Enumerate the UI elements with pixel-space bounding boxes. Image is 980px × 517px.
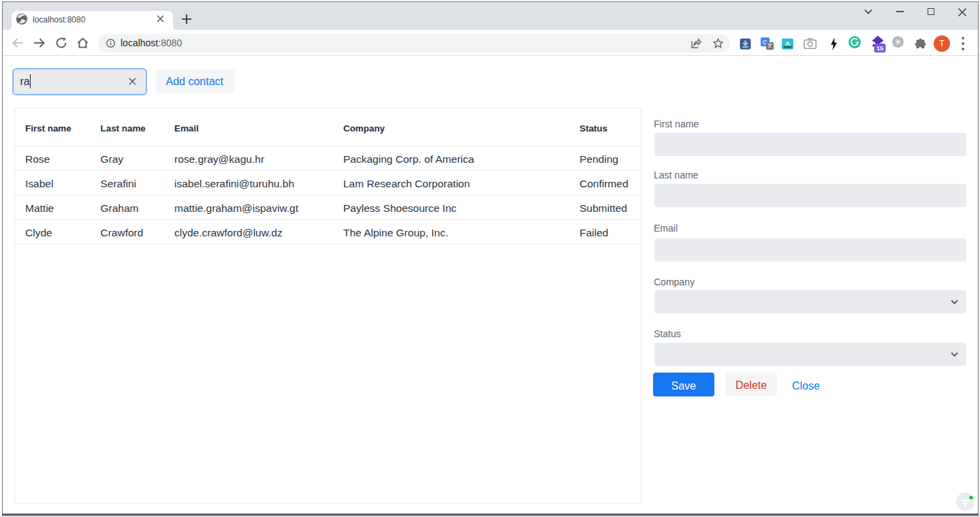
- svg-text:15: 15: [876, 44, 883, 52]
- svg-text:A: A: [785, 39, 790, 46]
